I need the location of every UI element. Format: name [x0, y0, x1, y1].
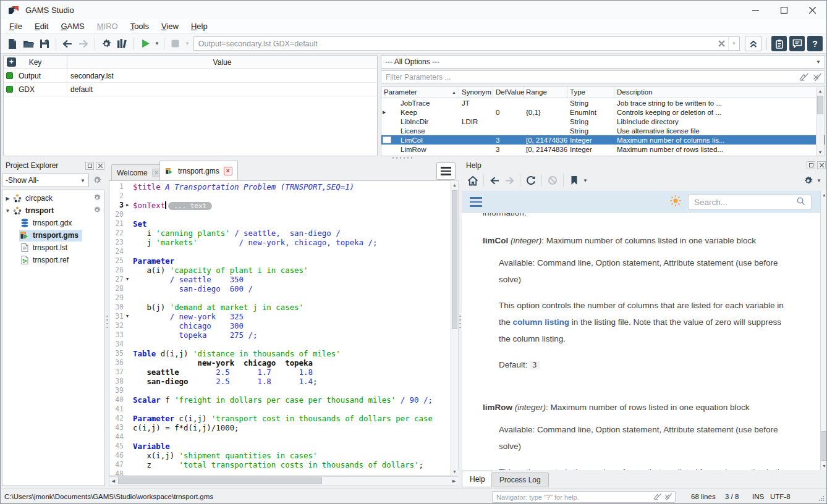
parameter-history-caret-icon[interactable]: ▼ [728, 37, 739, 50]
close-panel-icon[interactable] [96, 162, 104, 170]
editor-horizontal-scrollbar[interactable]: ◀ ▶ [109, 476, 459, 485]
menu-help[interactable]: Help [185, 20, 214, 32]
encoding-label[interactable]: UTF-8 [770, 493, 791, 500]
scrollbar-thumb[interactable] [118, 477, 322, 484]
float-panel-icon[interactable] [85, 162, 94, 170]
tree-item-trnsport[interactable]: ▼trnsport [2, 204, 104, 217]
bookmark-button[interactable] [567, 174, 581, 187]
column-header-synonym[interactable]: Synonym [459, 86, 493, 98]
project-options-gear-icon[interactable] [93, 193, 101, 204]
collapse-all-button[interactable] [745, 36, 762, 51]
navigator-input[interactable]: Navigator: type "?" for help. [492, 491, 676, 503]
model-library-button[interactable] [115, 36, 130, 51]
menu-tools[interactable]: Tools [124, 20, 155, 32]
close-panel-icon[interactable] [817, 161, 826, 169]
tree-item-trnsport-lst[interactable]: trnsport.lst [2, 242, 104, 254]
settings-gear-button[interactable] [99, 36, 114, 51]
kv-row[interactable]: Outputsecondary.lst [4, 69, 377, 83]
menu-view[interactable]: View [155, 20, 185, 32]
kv-value-column-header[interactable]: Value [67, 56, 377, 69]
kv-value-cell[interactable]: secondary.lst [67, 72, 377, 80]
option-row-libincdir[interactable]: LibIncDirLDIRStringLibInclude directory [381, 117, 825, 126]
stop-options-caret-icon[interactable]: ▼ [185, 41, 190, 46]
fold-marker-icon[interactable]: ▶ [126, 201, 133, 210]
editor-vertical-scrollbar[interactable]: ▲ ▼ [451, 180, 459, 476]
column-header-range[interactable]: Range [524, 86, 567, 98]
back-button[interactable] [60, 36, 75, 51]
regex-toggle-icon[interactable] [811, 73, 822, 82]
doc-search-input[interactable]: Search... [688, 195, 812, 210]
column-header-defvalue[interactable]: DefValue [493, 86, 524, 98]
command-parameter-combo[interactable]: Output=secondary.lst GDX=default ▼ [193, 36, 740, 51]
scrollbar-thumb[interactable] [452, 190, 457, 329]
code-editor[interactable]: 1$title A Transportation Problem (TRNSPO… [109, 180, 451, 476]
explorer-options-gear-icon[interactable] [89, 173, 105, 188]
regex-toggle-icon[interactable] [663, 493, 672, 501]
column-header-type[interactable]: Type [567, 86, 614, 98]
folded-block-pill[interactable]: ... text [168, 202, 212, 210]
tree-item-trnsport-gdx[interactable]: trnsport.gdx [2, 217, 104, 229]
dock-tab-process-log[interactable]: Process Log [491, 472, 549, 487]
fold-marker-icon[interactable]: ▼ [126, 312, 133, 321]
close-button[interactable] [798, 1, 826, 19]
bookmark-caret-icon[interactable]: ▼ [583, 178, 588, 183]
kv-key-cell[interactable]: GDX [16, 83, 67, 96]
maximize-button[interactable] [770, 1, 798, 19]
option-row-license[interactable]: LicenseStringUse alternative license fil… [381, 126, 825, 135]
add-parameter-button[interactable]: + [7, 57, 16, 67]
show-option-editor-button[interactable] [771, 36, 787, 51]
option-group-combo[interactable]: --- All Options --- ▼ [381, 55, 825, 69]
feedback-comment-button[interactable] [789, 36, 805, 51]
scroll-down-icon[interactable]: ▼ [816, 148, 824, 156]
close-tab-icon[interactable]: × [224, 167, 232, 175]
editor-menu-button[interactable] [436, 162, 456, 180]
tab-trnsport-gms[interactable]: trnsport.gms × [159, 161, 238, 180]
float-panel-icon[interactable] [807, 161, 815, 169]
help-back-button[interactable] [488, 174, 501, 187]
new-file-button[interactable] [5, 36, 20, 51]
expand-row-icon[interactable]: ▶ [383, 110, 386, 115]
option-row-keep[interactable]: ▶Keep0{0,1}EnumIntControls keeping or de… [381, 107, 825, 117]
theme-toggle-sun-icon[interactable] [669, 195, 682, 209]
scroll-right-icon[interactable]: ▶ [450, 477, 458, 485]
kv-row[interactable]: GDXdefault [4, 83, 377, 96]
reload-button[interactable] [524, 174, 538, 187]
tree-item-circpack[interactable]: ▶circpack [2, 192, 104, 204]
forward-button[interactable] [76, 36, 91, 51]
menu-miro[interactable]: MIRO [91, 20, 124, 32]
tree-item-trnsport-ref[interactable]: trnsport.ref [2, 254, 104, 266]
help-scrollbar[interactable]: ▲ ▼ [820, 191, 827, 470]
stop-loading-button[interactable] [546, 174, 559, 187]
horizontal-splitter-handle[interactable] [391, 157, 414, 159]
expand-arrow-icon[interactable]: ▶ [4, 196, 12, 201]
exact-match-toggle-icon[interactable] [653, 493, 663, 501]
scroll-down-icon[interactable]: ▼ [821, 462, 827, 470]
tab-welcome[interactable]: Welcome × [111, 164, 166, 180]
clear-parameters-icon[interactable] [715, 37, 728, 50]
minimize-button[interactable] [741, 1, 770, 19]
resize-grip[interactable] [818, 495, 825, 503]
run-options-caret-icon[interactable]: ▼ [155, 41, 159, 46]
fold-marker-icon[interactable]: ▼ [126, 275, 133, 284]
scrollbar-thumb[interactable] [821, 431, 827, 461]
dock-tab-help[interactable]: Help [462, 471, 493, 487]
option-row-jobtrace[interactable]: JobTraceJTStringJob trace string to be w… [381, 98, 825, 107]
help-link[interactable]: column listing [513, 317, 570, 327]
show-filter-combo[interactable]: -Show All- ▼ [2, 174, 89, 187]
filter-parameters-input[interactable]: Filter Parameters ... [381, 70, 825, 83]
vertical-splitter-handle[interactable] [106, 314, 108, 330]
open-file-button[interactable] [21, 36, 36, 51]
help-settings-caret-icon[interactable]: ▼ [816, 178, 821, 183]
scroll-left-icon[interactable]: ◀ [109, 477, 117, 485]
option-row-limrow[interactable]: LimRow3[0, 2147483647]IntegerMaximum num… [381, 145, 825, 154]
options-table-scrollbar[interactable]: ▲ ▼ [816, 87, 824, 156]
menu-gams[interactable]: GAMS [54, 20, 90, 32]
scrollbar-thumb[interactable] [817, 96, 823, 114]
kv-key-column-header[interactable]: + Key [4, 56, 67, 69]
kv-key-cell[interactable]: Output [16, 69, 67, 82]
menu-file[interactable]: File [3, 20, 28, 32]
kv-value-cell[interactable]: default [67, 85, 377, 94]
collapse-arrow-icon[interactable]: ▼ [4, 208, 12, 214]
run-button[interactable] [138, 36, 153, 51]
column-header-parameter[interactable]: Parameter▲ [381, 86, 459, 98]
